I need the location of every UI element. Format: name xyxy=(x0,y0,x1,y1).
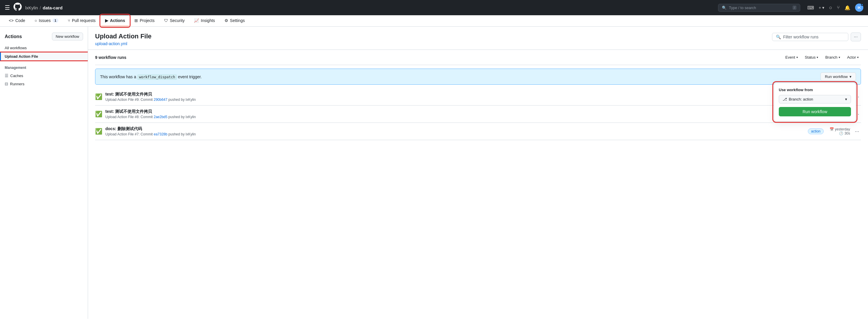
run-commit-link[interactable]: ea7328b xyxy=(154,132,167,136)
run-meta-text: Upload Action File #8: Commit xyxy=(105,115,153,119)
run-workflow-trigger-button[interactable]: Run workflow ▾ xyxy=(820,72,856,81)
run-info: test: 测试不使用文件拷贝 Upload Action File #9: C… xyxy=(105,92,831,102)
trigger-text-before: This workflow has a xyxy=(100,74,136,79)
status-filter-chevron: ▾ xyxy=(817,56,818,59)
subnav-label-settings: Settings xyxy=(230,18,245,23)
runs-filters: Event ▾ Status ▾ Branch ▾ Actor ▾ xyxy=(783,54,861,61)
subnav-label-pull-requests: Pull requests xyxy=(72,18,96,23)
subnav-item-pull-requests[interactable]: ⑂ Pull requests xyxy=(64,15,100,26)
subnav-label-projects: Projects xyxy=(140,18,155,23)
issues-icon: ○ xyxy=(35,18,37,23)
avatar[interactable]: lK xyxy=(855,3,863,12)
subnav-item-code[interactable]: <> Code xyxy=(5,15,29,26)
run-meta-text: Upload Action File #9: Commit xyxy=(105,98,153,102)
search-placeholder: Type / to search xyxy=(729,6,756,10)
nav-actions: ⌨ + ▾ ○ ⑂ 🔔 lK xyxy=(807,3,863,12)
sidebar-item-runners[interactable]: ⊟ Runners xyxy=(0,80,88,88)
sidebar-header: Actions New workflow xyxy=(0,31,88,44)
run-time: 📅 yesterday 🕐 30s xyxy=(827,127,850,135)
avatar-status-dot xyxy=(861,3,863,6)
content-title-group: Upload Action File upload-action.yml xyxy=(95,33,151,46)
owner-link[interactable]: lxKylin xyxy=(25,5,38,10)
run-duration-value: 30s xyxy=(844,131,850,135)
more-options-button[interactable]: ··· xyxy=(851,33,861,41)
run-meta-suffix: pushed by lxKylin xyxy=(168,132,196,136)
subnav-item-projects[interactable]: ⊞ Projects xyxy=(130,15,159,26)
code-icon: <> xyxy=(9,18,13,23)
security-icon: 🛡 xyxy=(164,18,168,23)
sidebar-management-section: Management xyxy=(0,61,88,72)
subnav-item-issues[interactable]: ○ Issues 1 xyxy=(31,15,62,26)
search-icon: 🔍 xyxy=(722,6,726,10)
run-title[interactable]: test: 测试不使用文件拷贝 xyxy=(105,92,831,97)
circle-status-icon[interactable]: ○ xyxy=(829,5,832,11)
caches-label: Caches xyxy=(10,74,23,78)
popup-label: Use workflow from xyxy=(779,87,851,92)
trigger-text: This workflow has a workflow_dispatch ev… xyxy=(100,74,202,79)
status-filter-label: Status xyxy=(805,55,816,60)
page-title: Upload Action File xyxy=(95,33,151,40)
repo-link[interactable]: data-card xyxy=(43,5,63,10)
sidebar-item-all-workflows[interactable]: All workflows xyxy=(0,44,88,52)
trigger-text-after: event trigger. xyxy=(178,74,202,79)
run-date: 📅 yesterday xyxy=(827,127,850,131)
run-title[interactable]: test: 测试不使用文件拷贝 xyxy=(105,109,805,114)
sidebar: Actions New workflow All workflows Uploa… xyxy=(0,27,88,319)
sidebar-item-upload-action-file[interactable]: Upload Action File xyxy=(0,52,88,60)
terminal-icon[interactable]: ⌨ xyxy=(807,5,814,10)
runners-label: Runners xyxy=(10,82,24,86)
insights-icon: 📈 xyxy=(194,18,199,23)
fork-icon[interactable]: ⑂ xyxy=(837,5,840,10)
trigger-code: workflow_dispatch xyxy=(137,74,177,80)
runs-count: 9 workflow runs xyxy=(95,55,126,60)
run-commit-link[interactable]: 290b647 xyxy=(154,98,167,102)
status-filter-button[interactable]: Status ▾ xyxy=(803,54,821,61)
run-more-button[interactable]: ··· xyxy=(853,128,861,135)
subnav-item-actions[interactable]: ▶ Actions xyxy=(101,15,129,26)
run-item: ✅ test: 测试不使用文件拷贝 Upload Action File #8:… xyxy=(95,106,861,123)
top-navigation: ☰ lxKylin / data-card 🔍 Type / to search… xyxy=(0,0,868,15)
bell-icon[interactable]: 🔔 xyxy=(844,5,850,10)
actor-filter-chevron: ▾ xyxy=(857,56,859,59)
run-commit-link[interactable]: 2ae2bd5 xyxy=(154,115,167,119)
run-date-value: yesterday xyxy=(835,127,850,131)
new-workflow-button[interactable]: New workflow xyxy=(52,33,83,40)
filter-search-bar[interactable]: 🔍 Filter workflow runs xyxy=(772,33,848,41)
header-right: 🔍 Filter workflow runs ··· xyxy=(772,33,861,41)
run-workflow-confirm-button[interactable]: Run workflow xyxy=(779,107,851,116)
run-meta: Upload Action File #8: Commit 2ae2bd5 pu… xyxy=(105,115,805,119)
hamburger-icon[interactable]: ☰ xyxy=(5,4,10,11)
run-workflow-wrapper: Run workflow ▾ Use workflow from ⎇ Branc… xyxy=(820,72,856,81)
run-meta-suffix: pushed by lxKylin xyxy=(168,98,196,102)
run-item: ✅ docs: 删除测试代码 Upload Action File #7: Co… xyxy=(95,123,861,140)
run-info: docs: 删除测试代码 Upload Action File #7: Comm… xyxy=(105,126,805,136)
sidebar-item-caches[interactable]: ☰ Caches xyxy=(0,72,88,80)
search-bar[interactable]: 🔍 Type / to search / xyxy=(718,4,800,12)
actor-filter-button[interactable]: Actor ▾ xyxy=(845,54,861,61)
subnav-item-security[interactable]: 🛡 Security xyxy=(160,15,189,26)
actions-icon: ▶ xyxy=(105,18,108,23)
run-tag[interactable]: action xyxy=(808,129,824,134)
pull-requests-icon: ⑂ xyxy=(68,18,70,23)
content-header: Upload Action File upload-action.yml 🔍 F… xyxy=(88,27,868,50)
branch-filter-button[interactable]: Branch ▾ xyxy=(823,54,842,61)
settings-icon: ⚙ xyxy=(224,18,228,23)
github-logo[interactable] xyxy=(13,3,22,12)
workflow-file-link[interactable]: upload-action.yml xyxy=(95,41,127,46)
projects-icon: ⊞ xyxy=(134,18,138,23)
run-meta: Upload Action File #9: Commit 290b647 pu… xyxy=(105,98,831,102)
subnav-label-insights: Insights xyxy=(201,18,215,23)
run-title[interactable]: docs: 删除测试代码 xyxy=(105,126,805,132)
event-filter-button[interactable]: Event ▾ xyxy=(783,54,800,61)
subnav-item-insights[interactable]: 📈 Insights xyxy=(190,15,219,26)
calendar-icon: 📅 xyxy=(830,127,834,131)
subnav-label-code: Code xyxy=(15,18,25,23)
filter-search-icon: 🔍 xyxy=(776,35,781,39)
run-item: ✅ test: 测试不使用文件拷贝 Upload Action File #9:… xyxy=(95,88,861,106)
plus-menu[interactable]: + ▾ xyxy=(819,5,824,10)
run-meta: Upload Action File #7: Commit ea7328b pu… xyxy=(105,132,805,136)
run-meta-text: Upload Action File #7: Commit xyxy=(105,132,153,136)
content-subtitle: upload-action.yml xyxy=(95,41,151,46)
branch-selector[interactable]: ⎇ Branch: action ▾ xyxy=(779,95,851,104)
subnav-item-settings[interactable]: ⚙ Settings xyxy=(220,15,249,26)
